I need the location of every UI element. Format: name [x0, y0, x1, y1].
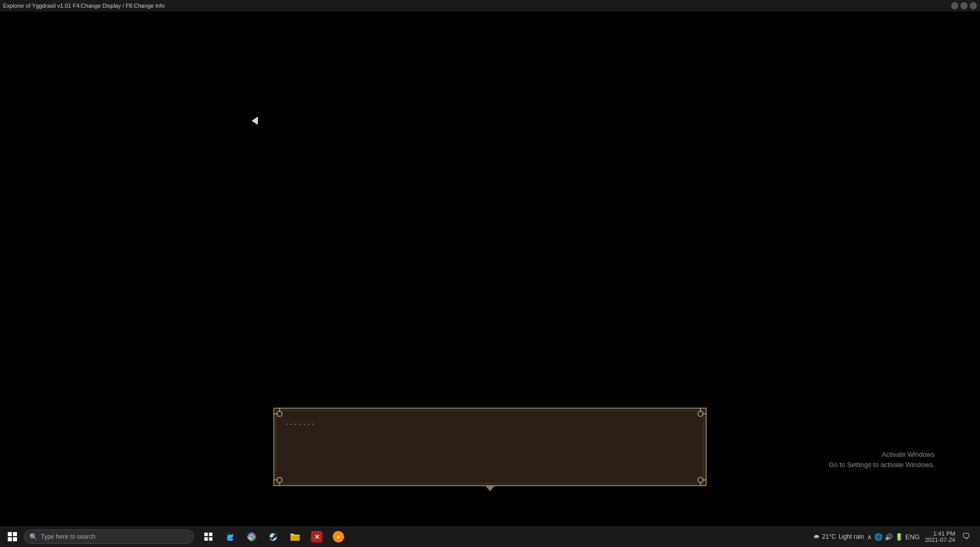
taskbar: 🔍 Type here to search [0, 526, 980, 547]
svg-point-18 [250, 535, 253, 538]
weather-condition: Light rain [839, 533, 864, 540]
weather-widget[interactable]: 🌧 21°C Light rain [813, 533, 864, 540]
weather-icon: 🌧 [813, 533, 820, 540]
weather-temp: 21°C [822, 533, 836, 540]
minimize-button[interactable] [951, 2, 958, 9]
title-bar: Explorer of Yggdrasil v1.01 F4:Change Di… [0, 0, 980, 11]
notification-button[interactable]: 🗨 [958, 526, 974, 547]
tray-icons: ∧ 🌐 🔊 🔋 ENG [867, 533, 920, 541]
search-bar[interactable]: 🔍 Type here to search [24, 529, 194, 544]
tray-lang[interactable]: ENG [905, 533, 920, 541]
corner-decoration-tr [694, 408, 707, 420]
dialog-text: · · · · · · · [286, 418, 694, 430]
app2-icon: ● [333, 531, 344, 542]
taskbar-steam[interactable] [263, 526, 284, 547]
dialog-inner: · · · · · · · [273, 408, 707, 486]
clock-time: 1:41 PM [933, 530, 955, 537]
activate-windows-title: Activate Windows [829, 449, 935, 460]
taskbar-app1[interactable]: ✕ [306, 526, 327, 547]
start-square-1 [8, 532, 12, 536]
notification-icon: 🗨 [962, 532, 970, 541]
app1-icon: ✕ [311, 531, 322, 542]
svg-point-0 [277, 411, 282, 416]
svg-point-9 [698, 477, 703, 482]
svg-point-6 [277, 477, 282, 482]
edge-icon [224, 531, 236, 542]
search-placeholder: Type here to search [41, 533, 95, 540]
game-area: · · · · · · · Activate Windows Go to Set… [0, 11, 980, 526]
svg-rect-15 [209, 537, 213, 541]
taskbar-edge[interactable] [220, 526, 240, 547]
svg-point-3 [698, 411, 703, 416]
chrome-icon [246, 531, 257, 542]
taskbar-chrome[interactable] [241, 526, 262, 547]
tray-sound-icon[interactable]: 🔊 [885, 533, 893, 541]
corner-decoration-br [694, 474, 707, 486]
svg-rect-14 [204, 537, 208, 541]
start-square-2 [13, 532, 17, 536]
system-tray: 🌧 21°C Light rain ∧ 🌐 🔊 🔋 ENG 1:41 PM 20… [813, 526, 978, 547]
start-square-3 [8, 537, 12, 541]
close-button[interactable] [970, 2, 977, 9]
dialog-box: · · · · · · · [273, 408, 707, 486]
svg-rect-12 [204, 533, 208, 536]
taskbar-icons: ✕ ● [198, 526, 349, 547]
search-icon: 🔍 [29, 533, 38, 541]
title-bar-controls [951, 2, 977, 9]
steam-icon [268, 531, 279, 542]
activate-windows-watermark: Activate Windows Go to Settings to activ… [829, 449, 935, 470]
corner-decoration-tl [273, 408, 286, 420]
clock-date: 2021-07-24 [925, 537, 955, 543]
taskbar-file-explorer[interactable] [285, 526, 305, 547]
corner-decoration-bl [273, 474, 286, 486]
dialog-arrow [485, 485, 495, 491]
title-bar-label: Explorer of Yggdrasil v1.01 F4:Change Di… [3, 3, 165, 9]
file-explorer-icon [289, 531, 301, 542]
windows-start-icon [8, 532, 17, 541]
clock-area[interactable]: 1:41 PM 2021-07-24 [925, 530, 955, 543]
tray-network-icon[interactable]: 🌐 [874, 533, 883, 541]
tray-battery-icon[interactable]: 🔋 [895, 533, 903, 541]
svg-rect-13 [209, 533, 213, 536]
taskbar-task-view[interactable] [198, 526, 219, 547]
maximize-button[interactable] [960, 2, 968, 9]
taskbar-app2[interactable]: ● [328, 526, 349, 547]
task-view-icon [203, 531, 214, 542]
tray-chevron-icon[interactable]: ∧ [867, 533, 872, 541]
start-button[interactable] [2, 526, 23, 547]
cursor-pointer [252, 117, 258, 125]
start-square-4 [13, 537, 17, 541]
activate-windows-subtitle: Go to Settings to activate Windows. [829, 460, 935, 470]
